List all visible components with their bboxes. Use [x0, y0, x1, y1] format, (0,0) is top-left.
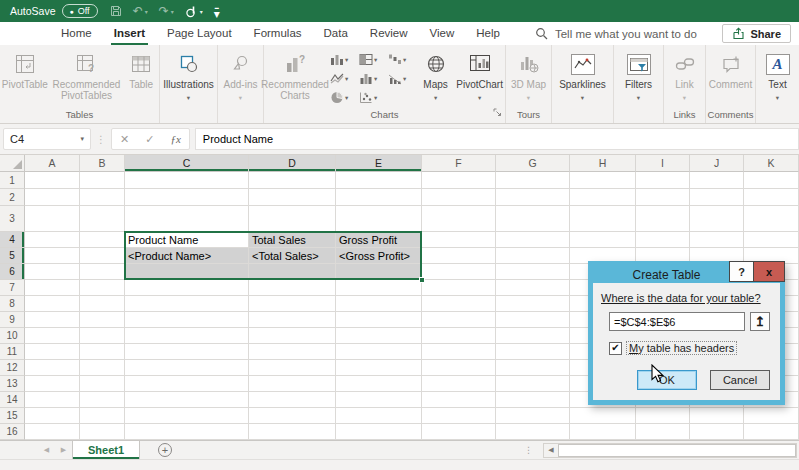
- cell-B5[interactable]: [80, 248, 125, 264]
- cell-F13[interactable]: [422, 376, 496, 392]
- cell-I16[interactable]: [636, 424, 690, 440]
- cell-C5[interactable]: <Product Name>: [125, 248, 249, 264]
- column-header-K[interactable]: K: [744, 155, 799, 172]
- cell-I15[interactable]: [636, 408, 690, 424]
- cell-D16[interactable]: [249, 424, 336, 440]
- insert-line-chart-button[interactable]: ▾: [330, 69, 359, 88]
- column-header-H[interactable]: H: [570, 155, 636, 172]
- tab-data[interactable]: Data: [321, 22, 351, 45]
- cell-F3[interactable]: [422, 206, 496, 232]
- cell-C9[interactable]: [125, 312, 249, 328]
- row-header-9[interactable]: 9: [0, 312, 25, 328]
- tell-me-search[interactable]: Tell me what you want to do: [535, 27, 697, 40]
- cell-A15[interactable]: [25, 408, 80, 424]
- cell-H4[interactable]: [570, 232, 636, 248]
- table-range-input[interactable]: =$C$4:$E$6: [609, 312, 745, 331]
- row-header-14[interactable]: 14: [0, 392, 25, 408]
- tab-insert[interactable]: Insert: [111, 22, 148, 45]
- cell-G15[interactable]: [496, 408, 570, 424]
- cell-B10[interactable]: [80, 328, 125, 344]
- row-header-15[interactable]: 15: [0, 408, 25, 424]
- charts-dialog-launcher[interactable]: [493, 107, 502, 121]
- column-header-I[interactable]: I: [636, 155, 690, 172]
- autosave-toggle[interactable]: AutoSave ● Off: [10, 4, 98, 18]
- cell-J3[interactable]: [690, 206, 744, 232]
- recommended-charts-button[interactable]: ? Recommended Charts: [264, 46, 326, 108]
- redo-dropdown-icon[interactable]: ▾: [171, 8, 174, 15]
- cell-B14[interactable]: [80, 392, 125, 408]
- cell-B11[interactable]: [80, 344, 125, 360]
- cell-D10[interactable]: [249, 328, 336, 344]
- cell-G4[interactable]: [496, 232, 570, 248]
- column-header-C[interactable]: C: [125, 155, 249, 172]
- cell-A6[interactable]: [25, 264, 80, 280]
- name-box[interactable]: C4 ▾: [3, 128, 91, 150]
- cell-B6[interactable]: [80, 264, 125, 280]
- tab-help[interactable]: Help: [473, 22, 503, 45]
- row-header-7[interactable]: 7: [0, 280, 25, 296]
- row-header-3[interactable]: 3: [0, 206, 25, 232]
- addins-button[interactable]: Add-ins ▾: [220, 46, 262, 108]
- cell-D8[interactable]: [249, 296, 336, 312]
- row-header-4[interactable]: 4: [0, 232, 25, 248]
- ok-button[interactable]: OK: [637, 370, 697, 390]
- sparklines-button[interactable]: Sparklines ▾: [554, 46, 612, 108]
- cell-D1[interactable]: [249, 172, 336, 189]
- cell-H2[interactable]: [570, 189, 636, 206]
- cancel-button[interactable]: Cancel: [710, 370, 770, 390]
- cell-B4[interactable]: [80, 232, 125, 248]
- touch-mouse-mode-button[interactable]: ▾: [185, 5, 203, 18]
- cell-G13[interactable]: [496, 376, 570, 392]
- cell-A13[interactable]: [25, 376, 80, 392]
- cell-E9[interactable]: [336, 312, 422, 328]
- cell-C4[interactable]: Product Name: [125, 232, 249, 248]
- recommended-pivottables-button[interactable]: ? Recommended PivotTables: [50, 46, 124, 108]
- touch-mode-dropdown-icon[interactable]: ▾: [200, 8, 203, 15]
- tab-scroll-splitter-icon[interactable]: ⋮: [524, 445, 533, 455]
- tab-view[interactable]: View: [427, 22, 458, 45]
- cell-J15[interactable]: [690, 408, 744, 424]
- cell-F5[interactable]: [422, 248, 496, 264]
- cell-E13[interactable]: [336, 376, 422, 392]
- insert-function-icon[interactable]: ƒx: [162, 133, 188, 145]
- cell-K2[interactable]: [744, 189, 799, 206]
- cell-A3[interactable]: [25, 206, 80, 232]
- cell-F16[interactable]: [422, 424, 496, 440]
- enter-entry-icon[interactable]: ✓: [137, 133, 162, 146]
- cell-H3[interactable]: [570, 206, 636, 232]
- tab-page-layout[interactable]: Page Layout: [164, 22, 235, 45]
- tab-formulas[interactable]: Formulas: [251, 22, 305, 45]
- prev-sheet-icon[interactable]: ◀: [38, 441, 55, 459]
- cell-A4[interactable]: [25, 232, 80, 248]
- autosave-pill[interactable]: ● Off: [62, 4, 98, 18]
- cell-C10[interactable]: [125, 328, 249, 344]
- illustrations-button[interactable]: Illustrations ▾: [161, 46, 217, 108]
- table-button[interactable]: Table: [123, 46, 159, 108]
- cell-D7[interactable]: [249, 280, 336, 296]
- cell-I2[interactable]: [636, 189, 690, 206]
- cell-D5[interactable]: <Total Sales>: [249, 248, 336, 264]
- row-header-1[interactable]: 1: [0, 172, 25, 189]
- save-button[interactable]: [110, 5, 122, 17]
- cell-I4[interactable]: [636, 232, 690, 248]
- cell-H1[interactable]: [570, 172, 636, 189]
- cell-B13[interactable]: [80, 376, 125, 392]
- cell-D2[interactable]: [249, 189, 336, 206]
- cell-F14[interactable]: [422, 392, 496, 408]
- cell-H15[interactable]: [570, 408, 636, 424]
- cell-G7[interactable]: [496, 280, 570, 296]
- undo-button[interactable]: ↶ ▾: [133, 4, 148, 18]
- cell-G11[interactable]: [496, 344, 570, 360]
- row-header-8[interactable]: 8: [0, 296, 25, 312]
- cell-B2[interactable]: [80, 189, 125, 206]
- cell-K3[interactable]: [744, 206, 799, 232]
- cell-G8[interactable]: [496, 296, 570, 312]
- cell-A2[interactable]: [25, 189, 80, 206]
- cell-C2[interactable]: [125, 189, 249, 206]
- cell-B7[interactable]: [80, 280, 125, 296]
- cell-F6[interactable]: [422, 264, 496, 280]
- cell-D12[interactable]: [249, 360, 336, 376]
- cell-C3[interactable]: [125, 206, 249, 232]
- cell-D13[interactable]: [249, 376, 336, 392]
- cell-G12[interactable]: [496, 360, 570, 376]
